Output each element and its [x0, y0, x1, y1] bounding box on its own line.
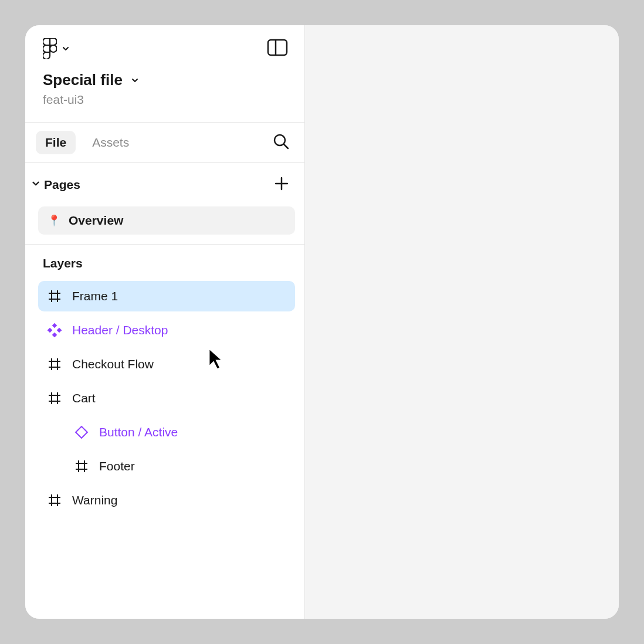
svg-rect-13 [48, 328, 52, 333]
add-page-button[interactable] [272, 174, 292, 196]
canvas[interactable] [305, 25, 619, 619]
layer-item-warning[interactable]: Warning [38, 485, 295, 516]
frame-icon [48, 357, 62, 371]
layer-item-button-active[interactable]: Button / Active [38, 417, 295, 448]
branch-name: feat-ui3 [43, 93, 287, 107]
search-button[interactable] [270, 131, 292, 154]
chevron-down-icon [131, 76, 139, 84]
chevron-down-icon [31, 179, 40, 188]
layer-item-header-desktop[interactable]: Header / Desktop [38, 315, 295, 345]
frame-icon [48, 289, 62, 303]
chevron-down-icon [62, 45, 70, 53]
svg-line-4 [284, 144, 288, 148]
app-window: Special file feat-ui3 File Assets [25, 25, 619, 619]
tab-assets[interactable]: Assets [83, 131, 138, 154]
plus-icon [274, 176, 289, 191]
svg-rect-23 [76, 426, 87, 438]
figma-menu-button[interactable] [43, 38, 70, 59]
layer-label: Warning [72, 493, 117, 507]
svg-point-0 [50, 45, 57, 52]
file-header: Special file feat-ui3 [25, 66, 304, 122]
panel-toggle-icon [267, 39, 288, 56]
instance-icon [74, 425, 89, 439]
file-title: Special file [43, 71, 123, 89]
pages-collapse-button[interactable] [31, 179, 40, 191]
layer-item-checkout-flow[interactable]: Checkout Flow [38, 349, 295, 379]
tabs-row: File Assets [25, 123, 304, 162]
page-label: Overview [69, 213, 123, 228]
svg-rect-14 [57, 328, 62, 333]
svg-rect-11 [52, 323, 57, 328]
pin-icon: 📍 [48, 214, 60, 227]
layer-item-footer[interactable]: Footer [38, 451, 295, 482]
frame-icon [48, 493, 62, 507]
svg-rect-1 [268, 40, 287, 55]
file-title-button[interactable]: Special file [43, 71, 287, 89]
tab-file[interactable]: File [36, 131, 76, 154]
page-item-overview[interactable]: 📍 Overview [38, 206, 295, 235]
layers-title: Layers [25, 256, 304, 281]
pages-header: Pages [25, 163, 304, 206]
layer-label: Checkout Flow [72, 357, 154, 371]
component-set-icon [48, 323, 62, 337]
layer-label: Header / Desktop [72, 323, 168, 337]
layer-label: Cart [72, 391, 96, 405]
frame-icon [74, 459, 89, 473]
pages-title: Pages [44, 178, 80, 192]
layer-item-cart[interactable]: Cart [38, 383, 295, 413]
figma-logo-icon [43, 38, 57, 59]
layer-label: Button / Active [99, 425, 178, 439]
sidebar: Special file feat-ui3 File Assets [25, 25, 305, 619]
svg-rect-12 [52, 333, 57, 337]
search-icon [273, 133, 289, 150]
layer-item-frame-1[interactable]: Frame 1 [38, 281, 295, 311]
layer-label: Footer [99, 459, 135, 473]
layer-label: Frame 1 [72, 289, 118, 303]
frame-icon [48, 391, 62, 405]
topbar [25, 25, 304, 66]
panel-toggle-button[interactable] [267, 39, 288, 59]
layers-section: Layers Frame 1 [25, 245, 304, 519]
